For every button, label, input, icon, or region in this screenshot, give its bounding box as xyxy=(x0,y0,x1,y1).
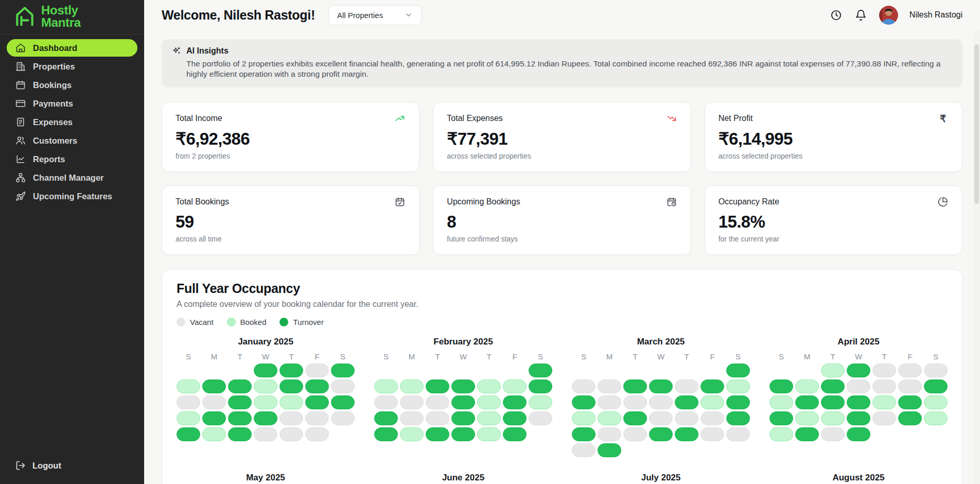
month-title: March 2025 xyxy=(572,337,750,347)
stat-card-total-expenses: Total Expenses₹77,391across selected pro… xyxy=(433,102,691,172)
logout-button[interactable]: Logout xyxy=(15,460,129,471)
brand-logo[interactable]: Hostly Mantra xyxy=(0,0,144,34)
day-of-week-header: W xyxy=(847,352,870,361)
calendar-day-cell xyxy=(331,395,355,409)
calendar-day-cell xyxy=(503,395,527,409)
legend-vacant: Vacant xyxy=(177,318,214,326)
calendar-day-cell xyxy=(572,411,596,425)
calendar-day-cell xyxy=(305,379,329,393)
calendar-day-cell xyxy=(477,427,501,441)
sidebar-item-properties[interactable]: Properties xyxy=(7,58,137,75)
calendar-day-cell xyxy=(924,395,948,409)
calendar-day-cell xyxy=(400,395,424,409)
sidebar-nav: DashboardPropertiesBookingsPaymentsExpen… xyxy=(0,34,144,451)
sidebar-item-channel-manager[interactable]: Channel Manager xyxy=(7,169,137,186)
calendar-day-cell xyxy=(795,427,819,441)
calendar-day-cell xyxy=(701,379,724,393)
sidebar-item-customers[interactable]: Customers xyxy=(7,132,137,149)
calendar-day-cell xyxy=(649,411,673,425)
calendar-day-cell xyxy=(649,379,673,393)
booked-color-dot xyxy=(227,318,236,326)
calendar-empty-cell xyxy=(451,364,475,377)
sidebar-item-bookings[interactable]: Bookings xyxy=(7,76,137,94)
month-february-2025: February 2025SMTWTFS xyxy=(374,337,552,457)
day-of-week-header: T xyxy=(872,352,896,361)
day-of-week-header: M xyxy=(202,352,226,361)
stat-value: 59 xyxy=(176,212,406,232)
calendar-empty-cell xyxy=(529,427,552,441)
legend-label: Turnover xyxy=(293,318,323,326)
calendar-day-cell xyxy=(254,379,277,393)
calendar-day-cell xyxy=(254,411,277,425)
calendar-day-cell xyxy=(726,395,750,409)
calendar-day-cell xyxy=(726,364,750,377)
month-title: May 2025 xyxy=(177,473,355,483)
logout-label: Logout xyxy=(32,461,61,471)
clock-icon xyxy=(830,9,842,21)
calendar-day-cell xyxy=(675,395,698,409)
stat-label: Net Profit xyxy=(719,114,753,123)
calendar-day-cell xyxy=(898,395,922,409)
calendar-day-cell xyxy=(598,443,621,457)
stat-label: Total Expenses xyxy=(447,114,503,123)
day-of-week-header: S xyxy=(374,352,398,361)
calendar-day-cell xyxy=(572,443,596,457)
calendar-empty-cell xyxy=(400,364,424,377)
stat-sub: for the current year xyxy=(719,235,949,243)
sidebar-item-dashboard[interactable]: Dashboard xyxy=(7,39,137,57)
sparkles-icon xyxy=(172,46,181,56)
month-may-2025: May 2025SMTWTFS xyxy=(177,473,355,484)
property-filter-value: All Properties xyxy=(337,11,383,20)
calendar-empty-cell xyxy=(623,364,647,377)
sidebar-item-label: Properties xyxy=(33,62,75,72)
stat-value: ₹77,391 xyxy=(447,129,677,149)
stat-label: Upcoming Bookings xyxy=(447,197,520,206)
day-of-week-header: T xyxy=(228,352,252,361)
calendar-day-cell xyxy=(572,427,596,441)
calendar-day-cell xyxy=(795,395,819,409)
calendar-day-cell xyxy=(331,411,355,425)
scrollbar-thumb[interactable] xyxy=(974,44,979,204)
scrollbar[interactable] xyxy=(973,30,980,484)
property-filter-select[interactable]: All Properties xyxy=(328,5,422,25)
sidebar-item-expenses[interactable]: Expenses xyxy=(7,113,137,131)
calendar-day-cell xyxy=(374,379,398,393)
brand-name: Hostly Mantra xyxy=(41,4,81,29)
calendar-day-cell xyxy=(898,364,922,377)
calendar-day-cell xyxy=(898,379,922,393)
chevron-down-icon xyxy=(405,11,413,19)
day-of-week-header: F xyxy=(898,352,922,361)
card-icon xyxy=(15,98,26,109)
calendar-day-cell xyxy=(305,364,329,377)
calendar-day-cell xyxy=(279,411,303,425)
sidebar-item-payments[interactable]: Payments xyxy=(7,95,137,112)
sidebar-item-reports[interactable]: Reports xyxy=(7,150,137,168)
user-avatar[interactable] xyxy=(879,6,898,25)
calendar-day-cell xyxy=(279,427,303,441)
calendar-day-cell xyxy=(726,379,750,393)
calendar-empty-cell xyxy=(426,364,449,377)
trend-down-icon xyxy=(667,113,677,124)
stat-sub: from 2 properties xyxy=(176,152,406,160)
topbar-right: Nilesh Rastogi xyxy=(830,6,962,25)
calendar-day-cell xyxy=(177,379,200,393)
calendar-empty-cell xyxy=(202,364,226,377)
calendar-day-cell xyxy=(400,427,424,441)
calendar-day-cell xyxy=(529,411,552,425)
chart-icon xyxy=(15,154,26,164)
calendar-empty-cell xyxy=(177,364,200,377)
calendar-day-cell xyxy=(598,395,621,409)
calendar-day-cell xyxy=(726,411,750,425)
notifications-button[interactable] xyxy=(854,8,868,22)
calendar-day-cell xyxy=(821,427,845,441)
calendar-empty-cell xyxy=(649,364,673,377)
calendar-day-cell xyxy=(572,395,596,409)
calendar-empty-cell xyxy=(898,427,922,441)
calendar-day-cell xyxy=(426,427,449,441)
calendar-day-cell xyxy=(426,411,449,425)
calendar-day-cell xyxy=(598,427,621,441)
sidebar-item-upcoming-features[interactable]: Upcoming Features xyxy=(7,187,137,205)
history-clock-button[interactable] xyxy=(830,8,843,22)
calendar-empty-cell xyxy=(675,364,698,377)
page-title: Welcome, Nilesh Rastogi! xyxy=(162,8,315,23)
